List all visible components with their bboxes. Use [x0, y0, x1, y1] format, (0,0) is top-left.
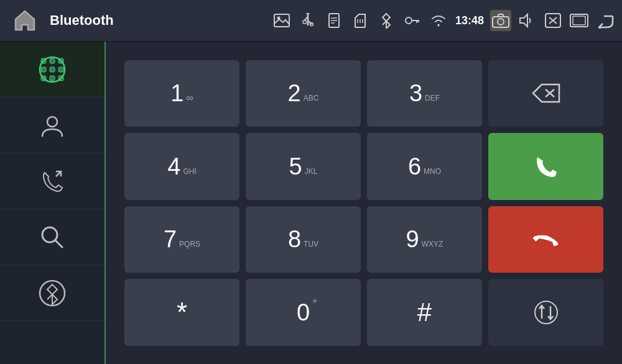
- svg-point-21: [437, 25, 439, 27]
- bluetooth-status-icon: [376, 10, 397, 31]
- svg-rect-37: [58, 67, 63, 72]
- dialpad-9[interactable]: 9 WXYZ: [367, 206, 482, 273]
- svg-rect-39: [50, 76, 55, 81]
- svg-rect-33: [50, 58, 55, 63]
- home-button[interactable]: [6, 8, 44, 33]
- sidebar-item-bluetooth[interactable]: [0, 265, 104, 321]
- dialpad-star[interactable]: *: [124, 279, 239, 346]
- usb-icon: [297, 10, 318, 31]
- sidebar: [0, 42, 106, 364]
- sidebar-item-dialpad[interactable]: [0, 42, 104, 98]
- dialpad-backspace[interactable]: [488, 60, 603, 127]
- dialpad-5[interactable]: 5 JKL: [246, 133, 361, 200]
- camera-icon[interactable]: [490, 10, 511, 31]
- svg-point-51: [47, 117, 57, 127]
- main-layout: 1 ∞ 2 ABC 3 DEF: [0, 42, 622, 364]
- dialpad-3[interactable]: 3 DEF: [367, 60, 482, 127]
- dialpad-4[interactable]: 4 GHI: [124, 133, 239, 200]
- volume-icon[interactable]: [516, 10, 537, 31]
- svg-marker-8: [306, 13, 310, 16]
- svg-rect-35: [41, 67, 46, 72]
- key-icon: [402, 10, 423, 31]
- dialpad-8[interactable]: 8 TUV: [246, 206, 361, 273]
- svg-point-23: [498, 19, 504, 25]
- sidebar-item-contacts[interactable]: [0, 98, 104, 153]
- back-icon[interactable]: [595, 10, 616, 31]
- dialpad-grid: 1 ∞ 2 ABC 3 DEF: [124, 60, 603, 346]
- dialpad-hash[interactable]: #: [367, 279, 482, 346]
- dialpad-1[interactable]: 1 ∞: [124, 60, 239, 127]
- action-icons: [490, 10, 616, 31]
- dialpad-6[interactable]: 6 MNO: [367, 133, 482, 200]
- svg-marker-0: [16, 11, 34, 30]
- svg-line-53: [55, 240, 62, 247]
- svg-rect-6: [303, 20, 306, 24]
- sdcard-icon: [350, 10, 371, 31]
- dialpad-0[interactable]: 0 +: [246, 279, 361, 346]
- svg-point-58: [535, 301, 557, 324]
- sidebar-item-search[interactable]: [0, 209, 104, 265]
- clock: 13:48: [449, 14, 490, 27]
- svg-rect-29: [573, 16, 585, 25]
- dialpad-hangup[interactable]: [488, 206, 603, 273]
- wifi-icon: [428, 10, 449, 31]
- sidebar-item-recent[interactable]: [0, 153, 104, 209]
- content-area: 1 ∞ 2 ABC 3 DEF: [106, 42, 622, 364]
- svg-rect-36: [50, 67, 55, 72]
- dialpad-swap[interactable]: [488, 279, 603, 346]
- file-icon: [323, 10, 345, 31]
- top-bar: Bluetooth: [0, 0, 622, 42]
- svg-line-55: [47, 294, 52, 299]
- dialpad-call[interactable]: [488, 133, 603, 200]
- page-title: Bluetooth: [44, 12, 271, 29]
- close-box-icon[interactable]: [542, 10, 564, 31]
- window-icon[interactable]: [569, 10, 590, 31]
- image-icon: [271, 10, 292, 31]
- dialpad-7[interactable]: 7 PQRS: [124, 206, 239, 273]
- svg-rect-1: [274, 14, 289, 27]
- dialpad-2[interactable]: 2 ABC: [246, 60, 361, 127]
- svg-point-17: [406, 17, 412, 24]
- status-icons: [271, 10, 449, 31]
- svg-marker-24: [520, 14, 527, 27]
